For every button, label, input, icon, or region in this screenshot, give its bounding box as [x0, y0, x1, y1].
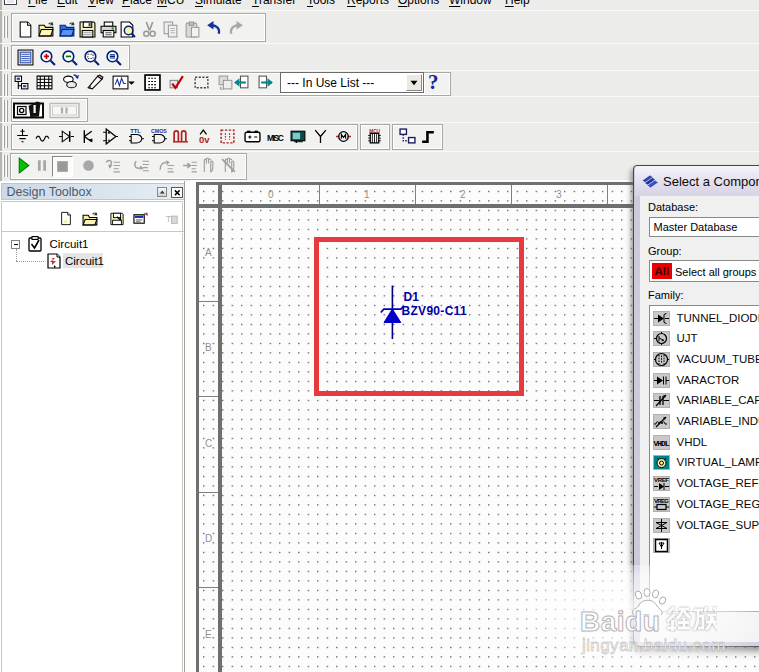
svg-text:T: T [166, 214, 172, 224]
svg-text:MISC: MISC [267, 133, 284, 143]
svg-text:TTL: TTL [130, 128, 141, 134]
svg-text:0v: 0v [199, 134, 210, 145]
svg-text:VREG: VREG [654, 497, 669, 503]
svg-text:VREF: VREF [654, 477, 669, 483]
svg-text:VHDL: VHDL [653, 439, 669, 448]
svg-text:CMOS: CMOS [151, 128, 167, 134]
